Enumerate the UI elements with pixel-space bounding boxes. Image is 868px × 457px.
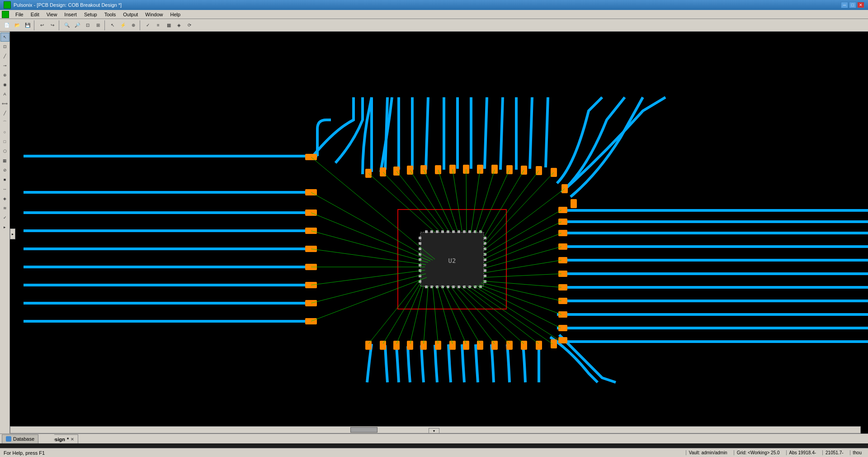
tool-rect[interactable]: □: [0, 137, 9, 146]
window-controls: ─ □ ✕: [841, 2, 864, 8]
undo-button[interactable]: ↩: [37, 20, 47, 30]
left-panel-collapse[interactable]: ▸: [10, 228, 15, 239]
svg-rect-53: [425, 230, 428, 233]
database-tab-icon: [6, 436, 11, 442]
menu-window[interactable]: Window: [142, 11, 165, 18]
menu-setup[interactable]: Setup: [81, 11, 100, 18]
menu-edit[interactable]: Edit: [28, 11, 42, 18]
svg-rect-34: [558, 325, 567, 331]
tool-pad[interactable]: ■: [0, 175, 9, 184]
svg-rect-46: [506, 341, 513, 350]
select-button[interactable]: ↖: [108, 20, 118, 30]
titlebar: Pulsonix - [PCB Design: COB Breakout Des…: [0, 0, 868, 10]
zoom-area-button[interactable]: ⊞: [93, 20, 103, 30]
left-tool-panel: ↖ ⊡ ╱ ⊸ ⊕ ◉ A ⟺ ╱ ⌒ ○ □ ⬡ ▦ ⊘ ■ ↔ ◈ ≋ ✓ …: [0, 32, 10, 434]
tb-sep-1: [34, 20, 36, 30]
tool-netlist[interactable]: ≋: [0, 204, 9, 213]
hscroll-thumb[interactable]: [350, 427, 377, 433]
restore-button[interactable]: □: [849, 2, 856, 8]
svg-rect-38: [393, 341, 400, 350]
svg-rect-90: [484, 269, 486, 272]
redo-button[interactable]: ↪: [47, 20, 57, 30]
status-unit: thou: [850, 450, 864, 455]
menu-file[interactable]: File: [13, 11, 26, 18]
tool-3d[interactable]: ◈: [0, 194, 9, 203]
bottom-panel-collapse[interactable]: ▾: [429, 428, 439, 433]
tool-place-comp[interactable]: ⊕: [0, 71, 9, 80]
tb-sep-2: [59, 20, 61, 30]
svg-rect-76: [419, 242, 421, 245]
svg-rect-33: [558, 311, 567, 318]
statusbar: For Help, press F1 Vault: admin/admin Gr…: [0, 448, 868, 457]
pcb-svg: U2: [10, 32, 868, 434]
route-button[interactable]: ⚡: [118, 20, 128, 30]
tool-dimension[interactable]: ⟺: [0, 99, 9, 108]
svg-rect-56: [441, 230, 444, 233]
tool-wire[interactable]: ╱: [0, 52, 9, 61]
svg-rect-28: [558, 243, 567, 250]
menu-view[interactable]: View: [44, 11, 60, 18]
menu-tools[interactable]: Tools: [102, 11, 119, 18]
status-abs: Abs 19918.4-: [786, 450, 819, 455]
zoom-fit-button[interactable]: ⊡: [83, 20, 93, 30]
menu-output[interactable]: Output: [120, 11, 141, 18]
svg-rect-19: [491, 165, 498, 174]
close-button[interactable]: ✕: [857, 2, 864, 8]
svg-rect-54: [430, 230, 433, 233]
svg-rect-37: [380, 341, 386, 350]
component-label: U2: [448, 257, 456, 264]
tool-keepout[interactable]: ⊘: [0, 166, 9, 175]
menubar: File Edit View Insert Setup Tools Output…: [0, 10, 868, 19]
tool-text[interactable]: A: [0, 90, 9, 99]
svg-rect-45: [491, 341, 498, 350]
svg-rect-57: [447, 230, 449, 233]
tool-copper-pour[interactable]: ▦: [0, 156, 9, 165]
layers-button[interactable]: ≡: [153, 20, 163, 30]
database-tab[interactable]: Database: [2, 434, 38, 443]
status-pos: 21051.7-: [822, 450, 846, 455]
tool-select-box[interactable]: ⊡: [0, 42, 9, 51]
tool-line[interactable]: ╱: [0, 109, 9, 118]
svg-rect-69: [452, 286, 455, 288]
tool-drc[interactable]: ✓: [0, 213, 9, 222]
tool-measure[interactable]: ↔: [0, 185, 9, 194]
tool-track[interactable]: ⊸: [0, 61, 9, 70]
svg-rect-39: [407, 341, 413, 350]
tool-arc[interactable]: ⌒: [0, 118, 9, 127]
svg-rect-49: [551, 339, 557, 348]
zoom-in-button[interactable]: 🔍: [62, 20, 72, 30]
svg-rect-75: [419, 237, 421, 239]
save-button[interactable]: 💾: [23, 20, 33, 30]
svg-rect-36: [365, 341, 372, 350]
menu-insert[interactable]: Insert: [61, 11, 80, 18]
window-title: Pulsonix - [PCB Design: COB Breakout Des…: [14, 2, 122, 8]
menu-help[interactable]: Help: [167, 11, 183, 18]
svg-rect-27: [558, 230, 567, 236]
svg-rect-26: [558, 219, 567, 225]
open-button[interactable]: 📂: [12, 20, 22, 30]
tool-circle[interactable]: ○: [0, 128, 9, 137]
minimize-button[interactable]: ─: [841, 2, 848, 8]
database-label: Database: [13, 436, 34, 442]
pcb-canvas-area[interactable]: U2: [10, 32, 868, 434]
tool-select[interactable]: ↖: [0, 33, 9, 42]
svg-rect-61: [468, 230, 471, 233]
svg-rect-35: [558, 337, 567, 343]
svg-rect-55: [436, 230, 439, 233]
zoom-out-button[interactable]: 🔎: [72, 20, 82, 30]
drc-button[interactable]: ✓: [143, 20, 153, 30]
svg-rect-29: [558, 257, 567, 263]
teardrops-button[interactable]: ◈: [174, 20, 184, 30]
tab-modified-indicator: *: [67, 437, 69, 442]
autoroute-button[interactable]: ⟳: [184, 20, 194, 30]
app-icon: [4, 1, 11, 9]
new-button[interactable]: 📄: [2, 20, 12, 30]
copper-button[interactable]: ▦: [164, 20, 174, 30]
svg-rect-42: [449, 341, 456, 350]
tool-polygon[interactable]: ⬡: [0, 147, 9, 156]
app-menu-icon[interactable]: [2, 11, 9, 18]
place-button[interactable]: ⊕: [128, 20, 138, 30]
tool-via[interactable]: ◉: [0, 80, 9, 89]
tool-more[interactable]: ▸: [0, 223, 9, 232]
tab-close-cob[interactable]: ✕: [71, 437, 74, 442]
